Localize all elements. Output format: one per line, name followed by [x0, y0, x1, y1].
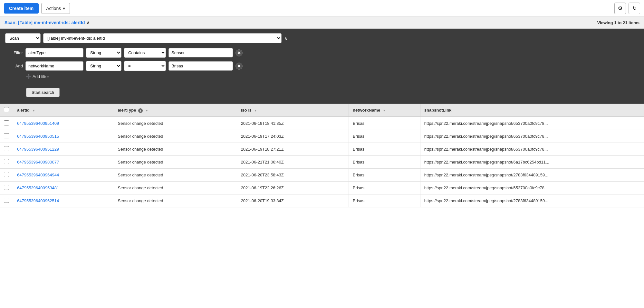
add-filter-label: Add filter: [33, 74, 49, 79]
row-5-network-name: Brisas: [349, 182, 420, 194]
filter-field-input-1[interactable]: [25, 48, 83, 57]
row-2-snapshot-link: https://spn22.meraki.com/stream/jpeg/sna…: [420, 143, 644, 156]
filter-row-2: And String = ✕: [5, 61, 639, 71]
row-5-alert-id: 647955396400953481: [13, 182, 114, 194]
row-3-alert-id-link[interactable]: 647955396400980077: [17, 160, 59, 164]
th-network-name-label: networkName: [353, 108, 380, 113]
row-6-alert-id: 647955396400962514: [13, 194, 114, 207]
row-6-checkbox[interactable]: [4, 198, 9, 203]
row-1-alert-id-link[interactable]: 647955396400950515: [17, 134, 59, 139]
start-search-button[interactable]: Start search: [26, 88, 60, 97]
remove-filter-button-1[interactable]: ✕: [235, 49, 243, 56]
row-0-alert-id-link[interactable]: 647955396400951409: [17, 121, 59, 126]
alert-type-sort-icon[interactable]: ▼: [145, 109, 149, 112]
row-4-checkbox-cell: [0, 169, 13, 182]
row-1-snapshot-link: https://spn22.meraki.com/stream/jpeg/sna…: [420, 130, 644, 143]
filter-type-select-2[interactable]: String: [86, 61, 121, 71]
row-2-checkbox[interactable]: [4, 146, 9, 151]
filter-value-input-1[interactable]: [168, 48, 233, 57]
row-4-network-name: Brisas: [349, 169, 420, 182]
filter-divider: [26, 83, 303, 83]
row-5-alert-id-link[interactable]: 647955396400953481: [17, 185, 59, 190]
row-5-iso-ts: 2021-06-19T22:26:26Z: [237, 182, 349, 194]
network-name-sort-icon[interactable]: ▼: [383, 109, 386, 112]
table-row: 647955396400951229Sensor change detected…: [0, 143, 644, 156]
refresh-icon: ↻: [632, 5, 637, 11]
filter-panel-collapse-icon[interactable]: ∧: [284, 36, 287, 41]
row-3-checkbox-cell: [0, 156, 13, 169]
row-2-network-name: Brisas: [349, 143, 420, 156]
row-6-checkbox-cell: [0, 194, 13, 207]
row-1-alert-type: Sensor change detected: [114, 130, 237, 143]
row-0-checkbox[interactable]: [4, 120, 9, 125]
table-row: 647955396400950515Sensor change detected…: [0, 130, 644, 143]
row-5-snapshot-link: https://spn22.meraki.com/stream/jpeg/sna…: [420, 182, 644, 194]
filter-op-select-2[interactable]: =: [124, 61, 166, 71]
row-1-checkbox[interactable]: [4, 133, 9, 138]
viewing-text: Viewing 1 to 21 items: [597, 20, 639, 25]
row-5-checkbox-cell: [0, 182, 13, 194]
row-3-alert-id: 647955396400980077: [13, 156, 114, 169]
row-3-checkbox[interactable]: [4, 159, 9, 164]
add-filter-plus-icon: ➕: [26, 74, 31, 79]
filter-type-select-1[interactable]: String: [86, 48, 121, 58]
th-alert-id-label: alertId: [17, 108, 30, 113]
row-4-alert-type: Sensor change detected: [114, 169, 237, 182]
create-item-button[interactable]: Create item: [4, 3, 39, 14]
row-4-alert-id-link[interactable]: 647955396400964944: [17, 173, 59, 177]
row-4-snapshot-link: https://spn22.meraki.com/stream/jpeg/sna…: [420, 169, 644, 182]
add-filter-button[interactable]: ➕ Add filter: [26, 74, 49, 79]
table-header: alertId ▼ alertType i ▼ isoTs ▼ networkN…: [0, 104, 644, 117]
row-6-alert-id-link[interactable]: 647955396400962514: [17, 198, 59, 203]
settings-button[interactable]: ⚙: [614, 3, 626, 14]
filter-label-1: Filter: [5, 50, 23, 55]
row-3-alert-type: Sensor change detected: [114, 156, 237, 169]
table-row: 647955396400951409Sensor change detected…: [0, 117, 644, 130]
row-6-iso-ts: 2021-06-20T19:33:34Z: [237, 194, 349, 207]
row-4-iso-ts: 2021-06-20T23:58:43Z: [237, 169, 349, 182]
row-5-checkbox[interactable]: [4, 185, 9, 190]
row-3-snapshot-link: https://spn22.meraki.com/stream/jpeg/sna…: [420, 156, 644, 169]
table-row: 647955396400962514Sensor change detected…: [0, 194, 644, 207]
row-3-network-name: Brisas: [349, 156, 420, 169]
row-3-iso-ts: 2021-06-21T21:06:40Z: [237, 156, 349, 169]
iso-ts-sort-icon[interactable]: ▼: [254, 109, 257, 112]
row-2-alert-id: 647955396400951229: [13, 143, 114, 156]
alert-id-sort-icon[interactable]: ▼: [32, 109, 35, 112]
row-2-checkbox-cell: [0, 143, 13, 156]
row-4-checkbox[interactable]: [4, 172, 9, 177]
actions-arrow-icon: ▾: [63, 6, 65, 11]
scan-type-select[interactable]: Scan: [5, 33, 41, 43]
th-alert-type-label: alertType: [118, 108, 136, 113]
th-alert-type: alertType i ▼: [114, 104, 237, 117]
settings-icon: ⚙: [618, 5, 622, 11]
remove-filter-button-2[interactable]: ✕: [235, 63, 243, 70]
th-iso-ts: isoTs ▼: [237, 104, 349, 117]
table-row: 647955396400964944Sensor change detected…: [0, 169, 644, 182]
th-iso-ts-label: isoTs: [241, 108, 252, 113]
table-row: 647955396400953481Sensor change detected…: [0, 182, 644, 194]
filter-op-select-1[interactable]: Contains: [124, 48, 166, 58]
toolbar: Create item Actions ▾ ⚙ ↻: [0, 0, 644, 17]
filter-field-input-2[interactable]: [25, 61, 83, 71]
th-checkbox: [0, 104, 13, 117]
actions-button[interactable]: Actions ▾: [41, 3, 70, 14]
filter-row-1: Filter String Contains ✕: [5, 48, 639, 58]
table-select[interactable]: [Table] mv-mt-event-ids: alertId: [43, 33, 282, 43]
filter-value-input-2[interactable]: [168, 61, 233, 71]
refresh-button[interactable]: ↻: [629, 3, 640, 14]
row-0-snapshot-link: https://spn22.meraki.com/stream/jpeg/sna…: [420, 117, 644, 130]
th-snapshot-link: snapshotLink: [420, 104, 644, 117]
select-all-checkbox[interactable]: [4, 107, 9, 112]
row-1-network-name: Brisas: [349, 130, 420, 143]
row-2-alert-id-link[interactable]: 647955396400951229: [17, 147, 59, 152]
row-6-alert-type: Sensor change detected: [114, 194, 237, 207]
row-1-iso-ts: 2021-06-19T17:24:03Z: [237, 130, 349, 143]
scan-collapse-caret[interactable]: ∧: [87, 20, 90, 25]
table-body: 647955396400951409Sensor change detected…: [0, 117, 644, 207]
th-snapshot-link-label: snapshotLink: [424, 108, 452, 113]
toolbar-left: Create item Actions ▾: [4, 3, 70, 14]
row-2-iso-ts: 2021-06-19T18:27:21Z: [237, 143, 349, 156]
row-2-alert-type: Sensor change detected: [114, 143, 237, 156]
alert-type-info-icon[interactable]: i: [138, 108, 143, 113]
